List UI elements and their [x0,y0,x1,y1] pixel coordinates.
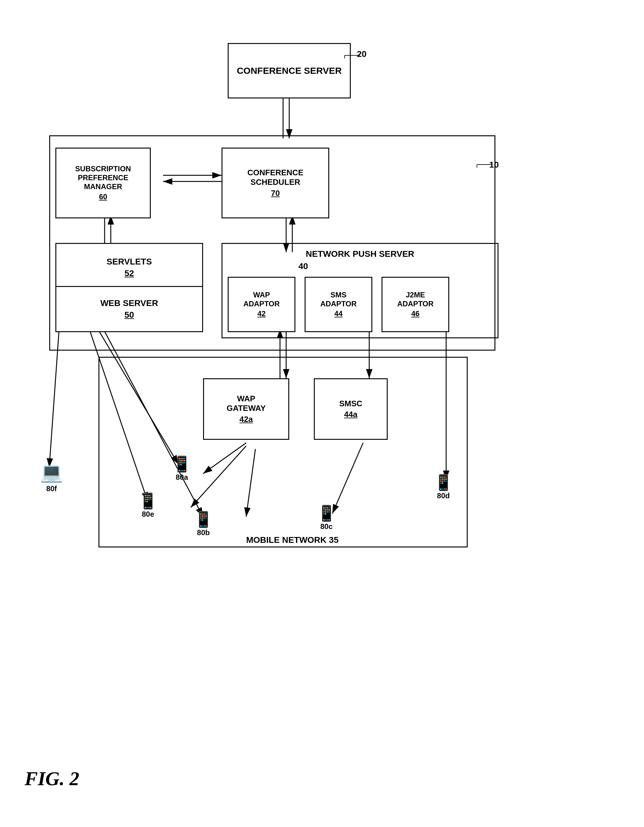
ws-label: WEB SERVER [100,298,158,309]
wap-adaptor-box: WAPADAPTOR 42 [228,277,295,332]
j2me-adaptor-label: J2MEADAPTOR [397,291,433,309]
j2me-adaptor-ref: 46 [411,309,420,318]
servlets-label: SERVLETS [106,256,152,267]
web-server-box: WEB SERVER 50 [55,286,203,332]
wap-adaptor-ref: 42 [258,309,266,318]
conference-scheduler-box: CONFERENCESCHEDULER 70 [222,148,329,218]
smsc-ref: 44a [344,410,357,419]
servlets-ref: 52 [124,268,134,279]
spm-label: SUBSCRIPTIONPREFERENCEMANAGER [75,165,131,191]
ws-ref: 50 [124,310,134,320]
cs-ref: 70 [271,189,280,198]
spm-ref: 60 [99,192,107,201]
wap-gateway-ref: 42a [239,415,253,424]
sms-adaptor-box: SMSADAPTOR 44 [305,277,372,332]
device-80c: 📱 80c [317,504,336,531]
servlets-box: SERVLETS 52 [55,243,203,292]
nps-ref: 40 [299,261,308,271]
smsc-box: SMSC 44a [314,378,388,440]
nps-label: NETWORK PUSH SERVER [246,249,474,259]
device-80d: 📱 80d [434,474,453,500]
conference-server-label: CONFERENCE SERVER [237,65,342,76]
device-80a: 📱 80a [172,455,191,482]
smsc-label: SMSC [339,399,362,409]
device-80b: 📱 80b [194,510,213,537]
wap-gateway-box: WAPGATEWAY 42a [203,378,289,440]
cs-label: CONFERENCESCHEDULER [247,168,303,187]
device-80f: 💻 80f [40,461,63,493]
device-80e: 📱 80e [139,492,158,518]
diagram-area: CONFERENCE SERVER 20 10 SUBSCRIPTIONPREF… [31,19,615,757]
conference-server-box: CONFERENCE SERVER [228,43,351,98]
wap-gateway-label: WAPGATEWAY [227,394,266,413]
sms-adaptor-ref: 44 [335,309,343,318]
mobile-network-label: MOBILE NETWORK 35 [246,535,338,545]
j2me-adaptor-box: J2MEADAPTOR 46 [381,277,449,332]
subscription-preference-manager-box: SUBSCRIPTIONPREFERENCEMANAGER 60 [55,148,151,218]
wap-adaptor-label: WAPADAPTOR [243,291,280,309]
sms-adaptor-label: SMSADAPTOR [320,291,356,309]
figure-label: FIG. 2 [25,767,80,790]
